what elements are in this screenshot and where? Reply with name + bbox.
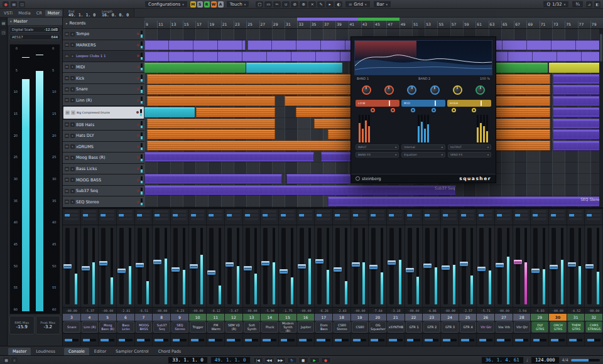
mute-tool-icon[interactable]: × (308, 1, 316, 8)
solo-button[interactable]: s (70, 200, 75, 204)
fader-track[interactable] (516, 228, 520, 304)
mute-button[interactable]: m (65, 110, 70, 115)
track-seq-stereo[interactable]: msSEQ Stereo (63, 196, 144, 207)
zoom-tool-icon[interactable]: ⊕ (300, 1, 307, 8)
fader-track[interactable] (335, 228, 340, 304)
channel-pan-control[interactable] (135, 334, 153, 346)
channel-name[interactable]: GTR 1 (406, 321, 423, 333)
zoom-preset-icon[interactable]: ◳ (1, 29, 6, 35)
plugin-knob[interactable] (453, 85, 462, 95)
track-list-header[interactable]: ▸ Records (63, 18, 144, 29)
tab-editor[interactable]: Editor (90, 348, 111, 355)
tempo-display[interactable]: 124.000 (531, 356, 560, 364)
channel-strip-fm-warm[interactable] (207, 225, 225, 307)
metronome-icon[interactable]: ♩ (526, 358, 528, 363)
mute-button[interactable]: m (65, 134, 69, 138)
mute-button[interactable]: m (65, 43, 69, 47)
record-enable-icon[interactable] (137, 33, 139, 35)
timeline-ruler[interactable]: 9111315171921232527293133353739414345474… (144, 18, 603, 29)
channel-number[interactable]: 26 (477, 314, 495, 321)
channel-name[interactable]: Trigger (190, 321, 207, 333)
clip[interactable] (553, 107, 603, 117)
channel-name[interactable]: SEQ Stereo (171, 321, 188, 333)
mix-value[interactable]: 100 % (480, 77, 490, 80)
channel-number[interactable]: 21 (387, 314, 405, 321)
channel-number[interactable]: 10 (189, 314, 207, 321)
channel-pan-control[interactable] (225, 334, 243, 346)
channel-strip-orch-gtrs[interactable] (549, 225, 567, 307)
channel-name[interactable]: MOOG BASS (136, 321, 153, 333)
channel-strip-snare[interactable] (63, 225, 81, 307)
channel-strip-vox-vrb[interactable] (495, 225, 513, 307)
channel-name[interactable]: GTR 2 (423, 321, 440, 333)
band1-label[interactable]: BAND 1 (357, 77, 369, 80)
channel-pan-control[interactable] (441, 334, 459, 346)
channel-number[interactable]: 9 (171, 314, 189, 321)
channel-strip-vtr-gtr[interactable] (477, 225, 495, 307)
record-indicator-icon[interactable]: ● (3, 1, 9, 8)
fader-track[interactable] (479, 228, 484, 304)
mute-button[interactable]: m (65, 65, 69, 69)
solo-button[interactable]: s (70, 144, 75, 149)
primary-time-display[interactable]: 33. 1. 1. 0 (168, 356, 208, 364)
fader-track[interactable] (119, 228, 124, 304)
secondary-time-display[interactable]: 49. 1. 1. 0 (210, 356, 251, 364)
tab-sampler-control[interactable]: Sampler Control (111, 348, 153, 355)
band-bar-low[interactable]: LOW (356, 100, 399, 107)
channel-number[interactable]: 16 (297, 314, 315, 321)
goto-start-button[interactable]: |◀ (253, 357, 263, 363)
channel-number[interactable]: 6 (117, 314, 135, 321)
channel-name[interactable]: CS80 (352, 321, 369, 333)
solo-button[interactable]: s (70, 87, 75, 92)
record-enable-icon[interactable] (137, 44, 139, 46)
channel-number[interactable]: 23 (423, 314, 441, 321)
play-button[interactable]: ▶ (310, 357, 320, 363)
erase-tool-icon[interactable]: ⊘ (291, 1, 298, 8)
record-enable-icon[interactable] (137, 124, 139, 126)
meter-setting-digital-scale[interactable]: Digital Scale-12.0dB (9, 26, 60, 33)
mute-button[interactable]: m (65, 144, 69, 149)
channel-strip-dly-gtrs[interactable] (531, 225, 549, 307)
track-midi[interactable]: msMIDI (63, 62, 144, 73)
record-enable-icon[interactable] (137, 55, 139, 57)
fader-track[interactable] (408, 228, 412, 304)
fader-handle[interactable] (442, 265, 450, 270)
channel-strip-dom-bass[interactable] (315, 225, 333, 307)
solo-button[interactable]: s (70, 65, 75, 69)
record-enable-icon[interactable] (137, 146, 139, 148)
fader-track[interactable] (65, 228, 70, 304)
record-enable-icon[interactable] (137, 99, 139, 102)
clip[interactable] (147, 129, 275, 139)
fader-track[interactable] (263, 228, 268, 304)
fader-handle[interactable] (496, 263, 504, 267)
fader-track[interactable] (173, 228, 178, 304)
channel-number[interactable]: 4 (81, 314, 99, 321)
channel-number[interactable]: 28 (513, 314, 531, 321)
fader-handle[interactable] (585, 264, 594, 269)
mute-button[interactable]: m (65, 189, 69, 193)
clip[interactable] (144, 40, 246, 50)
channel-number[interactable]: 19 (351, 314, 369, 321)
channel-strip-chrs-strngs[interactable] (585, 225, 603, 307)
split-tool-icon[interactable]: ✂ (273, 1, 281, 8)
channel-number[interactable]: 24 (441, 314, 459, 321)
rewind-button[interactable]: ◀◀ (264, 357, 274, 363)
channel-number[interactable]: 22 (405, 314, 423, 321)
channel-name[interactable]: GTR 4 (460, 321, 477, 333)
mute-button[interactable]: m (65, 54, 69, 58)
mute-button[interactable]: m (65, 200, 69, 204)
channel-name[interactable]: FM Warm (207, 321, 224, 333)
band-bar-high[interactable]: HIGH (447, 100, 491, 107)
tab-loudness[interactable]: Loudness (31, 348, 60, 355)
channel-number[interactable]: 25 (459, 314, 477, 321)
solo-button[interactable]: s (70, 76, 75, 80)
swing-button[interactable]: ¾ (572, 1, 584, 8)
cycle-button[interactable]: ↻ (287, 357, 297, 363)
channel-pan-control[interactable] (261, 334, 279, 346)
channel-pan-control[interactable] (171, 334, 189, 346)
channel-name[interactable]: Vbr Qtr (514, 321, 531, 333)
grid-dropdown[interactable]: ⊞ Grid ▾ (345, 1, 370, 8)
fader-handle[interactable] (568, 262, 576, 267)
fader-handle[interactable] (298, 264, 306, 269)
channel-name[interactable]: Vtr Gtr (477, 321, 494, 333)
